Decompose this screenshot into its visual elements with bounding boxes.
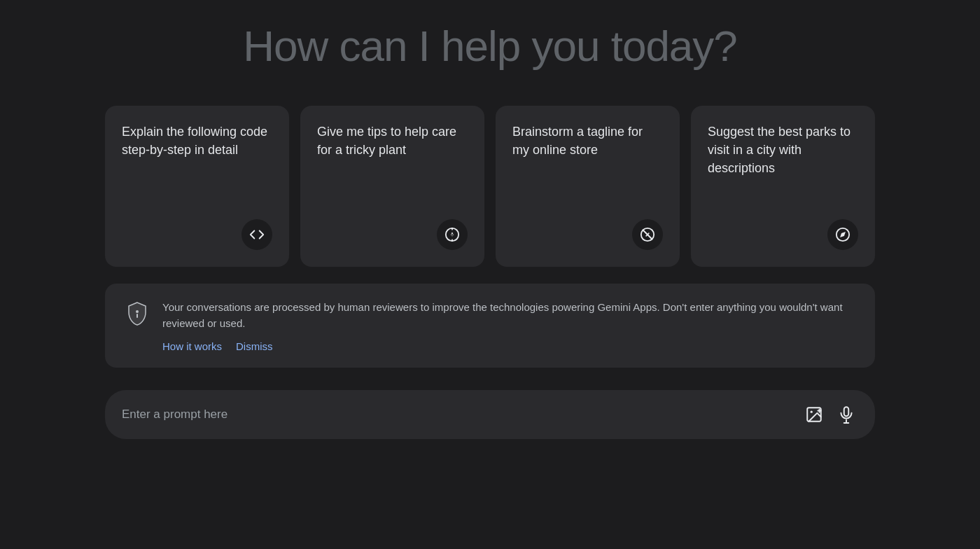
card-code-icon-row [122,219,272,250]
card-parks-icon-row [708,219,858,250]
prompt-input[interactable] [122,408,794,422]
main-container: How can I help you today? Explain the fo… [105,21,875,439]
notice-bar: Your conversations are processed by huma… [105,284,875,368]
input-bar [105,390,875,439]
notice-text: Your conversations are processed by huma… [162,299,855,332]
card-plant[interactable]: Give me tips to help care for a tricky p… [300,106,484,267]
add-image-button[interactable] [802,403,826,426]
card-code[interactable]: Explain the following code step-by-step … [105,106,289,267]
microphone-button[interactable] [834,403,858,426]
card-tagline-text: Brainstorm a tagline for my online store [512,123,663,159]
edit-icon [632,219,663,250]
card-parks-text: Suggest the best parks to visit in a cit… [708,123,858,177]
compass-icon-plant [437,219,468,250]
card-plant-icon-row [317,219,468,250]
card-parks[interactable]: Suggest the best parks to visit in a cit… [691,106,875,267]
card-plant-text: Give me tips to help care for a tricky p… [317,123,468,159]
headline: How can I help you today? [243,21,737,71]
notice-links: How it works Dismiss [162,340,855,352]
svg-rect-15 [844,407,849,416]
compass-icon-parks [827,219,858,250]
card-tagline-icon-row [512,219,663,250]
card-code-text: Explain the following code step-by-step … [122,123,272,159]
code-icon [241,219,272,250]
notice-content: Your conversations are processed by huma… [162,299,855,352]
how-it-works-link[interactable]: How it works [162,340,222,352]
shield-icon [125,300,150,326]
svg-marker-8 [840,232,846,237]
svg-marker-4 [451,234,454,237]
card-tagline[interactable]: Brainstorm a tagline for my online store [496,106,680,267]
suggestion-cards-row: Explain the following code step-by-step … [105,106,875,267]
svg-point-9 [136,310,139,313]
dismiss-link[interactable]: Dismiss [236,340,273,352]
svg-point-12 [811,410,813,412]
microphone-icon [837,405,855,424]
image-plus-icon [805,405,823,424]
